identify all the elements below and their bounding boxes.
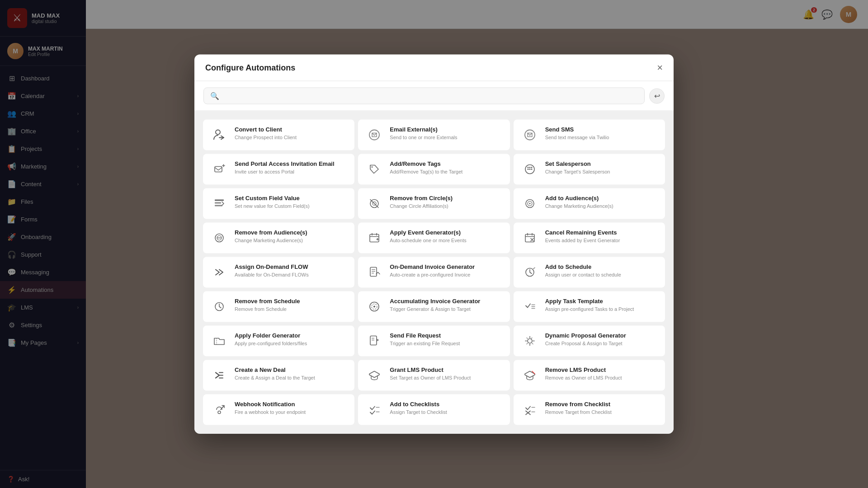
card-desc: Assign pre-configured Tasks to a Project — [545, 306, 658, 313]
card-title: Cancel Remaining Events — [545, 229, 658, 236]
card-title: On-Demand Invoice Generator — [390, 263, 502, 270]
card-desc: Events added by Event Generator — [545, 237, 658, 244]
automation-card-create-new-deal[interactable]: Create a New Deal Create & Assign a Deal… — [203, 360, 354, 391]
card-title: Add/Remove Tags — [390, 160, 502, 167]
card-desc: Remove as Owner of LMS Product — [545, 375, 658, 381]
card-desc: Apply pre-configured folders/files — [235, 340, 347, 347]
card-desc: Assign user or contact to schedule — [545, 272, 658, 278]
automation-card-remove-lms-product[interactable]: Remove LMS Product Remove as Owner of LM… — [514, 360, 665, 391]
card-desc: Change Marketing Audience(s) — [235, 237, 347, 244]
dynamic-prop-icon — [521, 332, 539, 350]
card-title: Remove from Checklist — [545, 401, 658, 408]
search-input[interactable] — [224, 92, 638, 99]
configure-automations-modal: Configure Automations × 🔍 ↩ Convert to C… — [194, 55, 674, 434]
card-title: Set Custom Field Value — [235, 195, 347, 202]
automation-card-grant-lms-product[interactable]: Grant LMS Product Set Target as Owner of… — [358, 360, 509, 391]
automation-card-send-sms[interactable]: Send SMS Send text message via Twilio — [514, 120, 665, 150]
modal-header: Configure Automations × — [194, 55, 674, 81]
automation-card-apply-folder-generator[interactable]: Apply Folder Generator Apply pre-configu… — [203, 326, 354, 357]
automation-card-add-to-audiences[interactable]: Add to Audience(s) Change Marketing Audi… — [514, 188, 665, 219]
automation-card-add-to-schedule[interactable]: Add to Schedule Assign user or contact t… — [514, 257, 665, 288]
card-title: Remove from Circle(s) — [390, 195, 502, 202]
remove-audience-icon — [210, 229, 228, 247]
automation-card-accumulating-invoice[interactable]: Accumulating Invoice Generator Trigger G… — [358, 291, 509, 322]
card-desc: Set Target as Owner of LMS Product — [390, 375, 502, 381]
svg-rect-39 — [370, 267, 377, 277]
automation-card-send-portal-access[interactable]: Send Portal Access Invitation Email Invi… — [203, 154, 354, 185]
card-desc: Change Target's Salesperson — [545, 169, 658, 175]
back-button[interactable]: ↩ — [649, 88, 665, 103]
card-title: Send Portal Access Invitation Email — [235, 160, 347, 167]
card-desc: Assign Target to Checklist — [390, 409, 502, 416]
svg-point-14 — [531, 169, 532, 170]
email-icon — [365, 126, 383, 144]
automation-card-email-externals[interactable]: Email External(s) Send to one or more Ex… — [358, 120, 509, 150]
modal-close-button[interactable]: × — [657, 63, 663, 73]
svg-point-11 — [531, 167, 532, 168]
card-title: Send SMS — [545, 126, 658, 133]
card-title: Send File Request — [390, 332, 502, 339]
automation-card-remove-from-circle[interactable]: Remove from Circle(s) Change Circle Affi… — [358, 188, 509, 219]
card-desc: Change Marketing Audience(s) — [545, 203, 658, 210]
lms-remove-icon — [521, 366, 539, 385]
webhook-icon — [210, 401, 228, 419]
card-title: Grant LMS Product — [390, 366, 502, 373]
card-title: Apply Event Generator(s) — [390, 229, 502, 236]
automation-card-remove-from-schedule[interactable]: Remove from Schedule Remove from Schedul… — [203, 291, 354, 322]
card-title: Convert to Client — [235, 126, 347, 133]
card-desc: Available for On-Demand FLOWs — [235, 272, 347, 278]
card-title: Webhook Notification — [235, 401, 347, 408]
card-title: Remove from Audience(s) — [235, 229, 347, 236]
file-req-icon — [365, 332, 383, 350]
automation-card-remove-from-checklist[interactable]: Remove from Checklist Remove Target from… — [514, 394, 665, 425]
tags-icon — [365, 160, 383, 178]
card-title: Dynamic Proposal Generator — [545, 332, 658, 339]
automation-card-send-file-request[interactable]: Send File Request Trigger an existing Fi… — [358, 326, 509, 357]
automation-card-on-demand-invoice[interactable]: On-Demand Invoice Generator Auto-create … — [358, 257, 509, 288]
automation-card-remove-from-audience[interactable]: Remove from Audience(s) Change Marketing… — [203, 223, 354, 253]
card-title: Email External(s) — [390, 126, 502, 133]
automation-card-set-salesperson[interactable]: Set Salesperson Change Target's Salesper… — [514, 154, 665, 185]
automation-card-webhook-notification[interactable]: Webhook Notification Fire a webhook to y… — [203, 394, 354, 425]
card-title: Apply Task Template — [545, 298, 658, 305]
card-title: Create a New Deal — [235, 366, 347, 373]
modal-title: Configure Automations — [205, 63, 295, 72]
portal-email-icon — [210, 160, 228, 178]
svg-point-13 — [529, 169, 530, 170]
card-desc: Change Prospect into Client — [235, 134, 347, 141]
back-icon: ↩ — [654, 92, 660, 100]
deal-icon — [210, 366, 228, 385]
automation-card-dynamic-proposal[interactable]: Dynamic Proposal Generator Create Propos… — [514, 326, 665, 357]
on-demand-icon — [210, 263, 228, 282]
card-desc: Send text message via Twilio — [545, 134, 658, 141]
card-desc: Trigger Generator & Assign to Target — [390, 306, 502, 313]
automation-card-assign-on-demand-flow[interactable]: Assign On-Demand FLOW Available for On-D… — [203, 257, 354, 288]
remove-schedule-icon — [210, 298, 228, 316]
svg-point-56 — [528, 339, 532, 343]
automation-card-apply-event-generator[interactable]: Apply Event Generator(s) Auto-schedule o… — [358, 223, 509, 253]
automation-card-apply-task-template[interactable]: Apply Task Template Assign pre-configure… — [514, 291, 665, 322]
automation-card-set-custom-field[interactable]: Set Custom Field Value Set new value for… — [203, 188, 354, 219]
schedule-icon — [521, 263, 539, 282]
card-title: Remove from Schedule — [235, 298, 347, 305]
card-desc: Add/Remove Tag(s) to the Target — [390, 169, 502, 175]
automation-card-convert-to-client[interactable]: Convert to Client Change Prospect into C… — [203, 120, 354, 150]
checklist-add-icon — [365, 401, 383, 419]
card-desc: Remove from Schedule — [235, 306, 347, 313]
remove-circle-icon — [365, 195, 383, 213]
event-gen-icon — [365, 229, 383, 247]
automation-card-cancel-remaining-events[interactable]: Cancel Remaining Events Events added by … — [514, 223, 665, 253]
card-desc: Invite user to access Portal — [235, 169, 347, 175]
svg-rect-4 — [215, 167, 222, 172]
invoice-icon — [365, 263, 383, 282]
lms-grant-icon — [365, 366, 383, 385]
card-desc: Create & Assign a Deal to the Target — [235, 375, 347, 381]
custom-field-icon — [210, 195, 228, 213]
card-title: Apply Folder Generator — [235, 332, 347, 339]
svg-point-7 — [372, 166, 373, 168]
automation-card-add-to-checklists[interactable]: Add to Checklists Assign Target to Check… — [358, 394, 509, 425]
svg-point-61 — [218, 411, 221, 414]
search-wrapper: 🔍 — [203, 88, 645, 104]
automation-card-add-remove-tags[interactable]: Add/Remove Tags Add/Remove Tag(s) to the… — [358, 154, 509, 185]
cancel-events-icon — [521, 229, 539, 247]
